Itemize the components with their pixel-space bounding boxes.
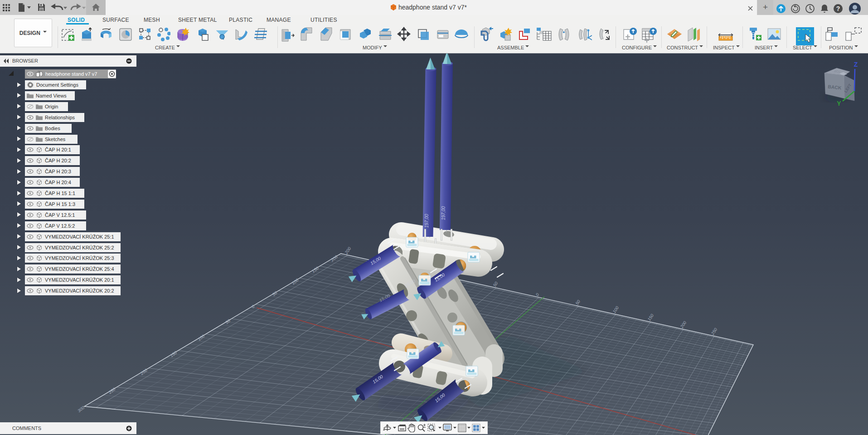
svg-text:197,00: 197,00 bbox=[424, 214, 429, 228]
svg-text:Z: Z bbox=[854, 61, 858, 68]
svg-text:?: ? bbox=[836, 5, 840, 12]
svg-text:197,00: 197,00 bbox=[441, 206, 446, 220]
svg-text:Y: Y bbox=[837, 100, 841, 107]
